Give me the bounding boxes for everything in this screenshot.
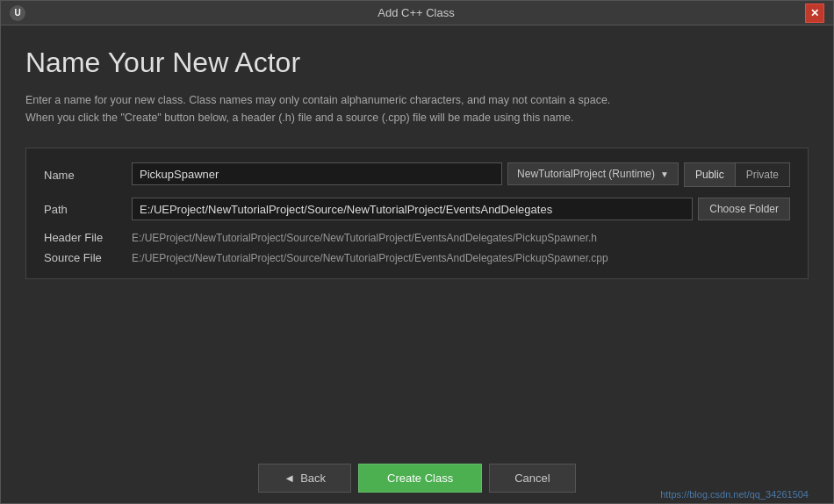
path-label: Path bbox=[44, 203, 132, 216]
name-input[interactable] bbox=[132, 162, 502, 185]
header-file-value: E:/UEProject/NewTutorialProject/Source/N… bbox=[132, 232, 597, 244]
back-arrow-icon: ◄ bbox=[284, 472, 295, 485]
path-row: Path Choose Folder bbox=[44, 198, 790, 220]
title-bar: U Add C++ Class ✕ bbox=[1, 1, 833, 25]
source-file-value: E:/UEProject/NewTutorialProject/Source/N… bbox=[132, 252, 608, 264]
name-row: Name NewTutorialProject (Runtime) ▼ Publ… bbox=[44, 162, 790, 187]
path-input[interactable] bbox=[132, 198, 693, 220]
page-title: Name Your New Actor bbox=[25, 47, 809, 79]
module-dropdown[interactable]: NewTutorialProject (Runtime) ▼ bbox=[507, 162, 679, 185]
dropdown-arrow-icon: ▼ bbox=[660, 169, 669, 179]
description-block: Enter a name for your new class. Class n… bbox=[25, 91, 809, 126]
ue-logo-icon: U bbox=[10, 5, 25, 21]
window-title: Add C++ Class bbox=[27, 6, 805, 19]
window: U Add C++ Class ✕ Name Your New Actor En… bbox=[0, 0, 834, 504]
footer: ◄ Back Create Class Cancel https://blog.… bbox=[1, 453, 833, 503]
header-file-label: Header File bbox=[44, 231, 132, 244]
back-button[interactable]: ◄ Back bbox=[258, 464, 351, 493]
name-input-group: NewTutorialProject (Runtime) ▼ Public Pr… bbox=[132, 162, 790, 187]
name-label: Name bbox=[44, 169, 132, 182]
title-bar-left: U bbox=[10, 5, 27, 21]
main-content: Name Your New Actor Enter a name for you… bbox=[1, 25, 833, 453]
choose-folder-button[interactable]: Choose Folder bbox=[698, 198, 790, 220]
form-section: Name NewTutorialProject (Runtime) ▼ Publ… bbox=[25, 148, 809, 279]
public-toggle[interactable]: Public bbox=[685, 163, 736, 186]
description-line1: Enter a name for your new class. Class n… bbox=[25, 91, 809, 109]
path-input-group: Choose Folder bbox=[132, 198, 790, 220]
private-toggle[interactable]: Private bbox=[736, 163, 789, 186]
cancel-button[interactable]: Cancel bbox=[489, 464, 575, 493]
footer-buttons: ◄ Back Create Class Cancel bbox=[258, 464, 575, 493]
watermark: https://blog.csdn.net/qq_34261504 bbox=[660, 489, 809, 500]
create-class-button[interactable]: Create Class bbox=[358, 464, 482, 493]
header-file-row: Header File E:/UEProject/NewTutorialProj… bbox=[44, 231, 790, 244]
back-label: Back bbox=[300, 472, 326, 485]
source-file-label: Source File bbox=[44, 251, 132, 264]
source-file-row: Source File E:/UEProject/NewTutorialProj… bbox=[44, 251, 790, 264]
close-button[interactable]: ✕ bbox=[805, 4, 824, 23]
module-dropdown-label: NewTutorialProject (Runtime) bbox=[517, 168, 655, 180]
visibility-toggle: Public Private bbox=[684, 162, 790, 187]
description-line2: When you click the "Create" button below… bbox=[25, 109, 809, 126]
